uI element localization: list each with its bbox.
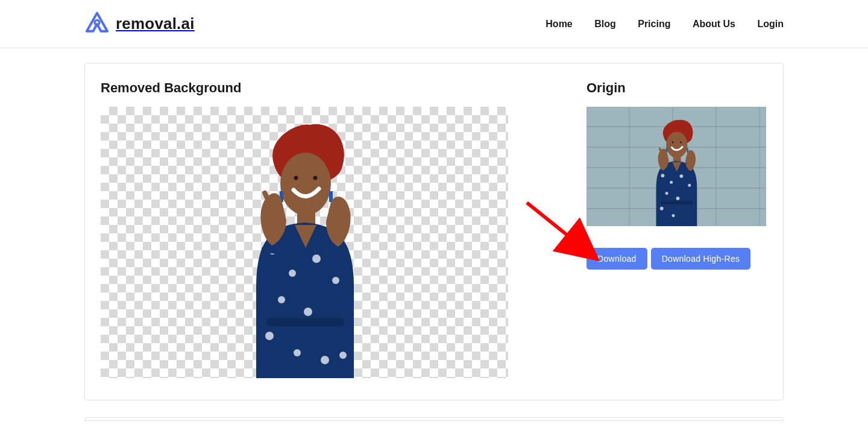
svg-point-29 <box>688 184 691 187</box>
svg-rect-2 <box>297 209 315 224</box>
nav-pricing[interactable]: Pricing <box>638 19 670 29</box>
origin-section: Origin <box>587 80 766 270</box>
svg-point-31 <box>676 197 680 200</box>
brand-name: removal.ai <box>116 14 195 33</box>
brand-logo[interactable]: removal.ai <box>84 11 195 37</box>
svg-point-8 <box>289 270 296 277</box>
svg-point-27 <box>670 181 673 184</box>
svg-point-23 <box>680 142 682 144</box>
svg-point-4 <box>313 176 318 180</box>
nav-login[interactable]: Login <box>757 19 784 29</box>
svg-point-16 <box>321 356 329 364</box>
svg-point-0 <box>95 20 99 25</box>
removed-background-section: Removed Background <box>101 80 508 378</box>
svg-point-17 <box>339 352 347 359</box>
svg-point-22 <box>672 142 674 144</box>
svg-point-1 <box>280 153 331 215</box>
svg-point-10 <box>332 277 339 284</box>
svg-point-15 <box>294 349 301 356</box>
svg-point-11 <box>278 296 285 303</box>
svg-point-9 <box>312 254 321 263</box>
removed-background-heading: Removed Background <box>101 80 508 96</box>
download-button-row: Download Download High-Res <box>587 248 766 270</box>
svg-point-12 <box>304 308 312 316</box>
main-nav: Home Blog Pricing About Us Login <box>526 19 784 30</box>
svg-point-3 <box>294 176 298 180</box>
svg-point-14 <box>265 332 274 340</box>
svg-rect-19 <box>267 318 344 326</box>
svg-point-20 <box>666 131 687 158</box>
svg-point-26 <box>661 174 664 177</box>
brand-logo-icon <box>84 11 110 37</box>
origin-heading: Origin <box>587 80 766 96</box>
svg-point-34 <box>671 214 675 217</box>
result-card: Removed Background <box>84 63 784 400</box>
svg-point-33 <box>660 207 664 210</box>
svg-point-30 <box>665 192 668 195</box>
origin-image[interactable] <box>587 107 766 226</box>
removed-background-image[interactable] <box>101 107 508 378</box>
nav-about[interactable]: About Us <box>693 19 735 29</box>
svg-point-28 <box>679 174 683 178</box>
svg-rect-21 <box>673 156 681 162</box>
nav-home[interactable]: Home <box>546 19 572 29</box>
header: removal.ai Home Blog Pricing About Us Lo… <box>0 0 868 48</box>
download-highres-button[interactable]: Download High-Res <box>651 248 751 270</box>
svg-rect-36 <box>661 201 693 204</box>
next-card-peek <box>84 417 784 421</box>
nav-blog[interactable]: Blog <box>594 19 616 29</box>
download-button[interactable]: Download <box>587 248 647 270</box>
